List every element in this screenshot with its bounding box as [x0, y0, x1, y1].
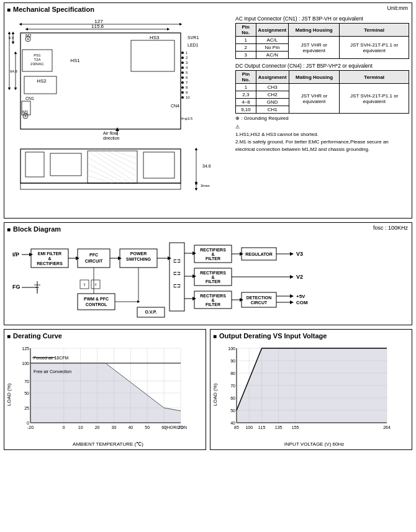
svg-rect-131 — [78, 294, 115, 310]
notes: ⚠ 1.HS1,HS2 & HS3 cannot be shorted. 2.M… — [235, 124, 409, 153]
svg-text:SVR1: SVR1 — [188, 35, 199, 40]
svg-text:6: 6 — [186, 76, 188, 79]
svg-line-62 — [94, 151, 137, 177]
svg-text:T: T — [83, 283, 86, 287]
svg-text:&: & — [211, 252, 214, 256]
output-derating-canvas — [219, 342, 393, 441]
derating-x-label: AMBIENT TEMPERATURE (℃) — [13, 441, 203, 447]
svg-text:PWM & PFC: PWM & PFC — [84, 297, 109, 301]
svg-rect-58 — [25, 152, 44, 177]
svg-text:RECTIFIERS: RECTIFIERS — [200, 294, 226, 298]
svg-line-65 — [112, 151, 137, 158]
svg-text:SWITCHING: SWITCHING — [126, 257, 151, 261]
svg-text:10: 10 — [186, 96, 190, 99]
svg-text:CN4: CN4 — [171, 104, 179, 108]
svg-text:HS2: HS2 — [37, 78, 47, 84]
cn4-col-assign: Assignment — [256, 71, 289, 84]
svg-text:3: 3 — [186, 61, 188, 65]
svg-rect-70 — [143, 152, 174, 178]
svg-text:⊏⊐: ⊏⊐ — [173, 259, 181, 263]
cn1-col-assign: Assignment — [256, 24, 289, 37]
unit-label: Unit:mm — [387, 5, 409, 11]
mechanical-section: Mechanical Specification Unit:mm — [4, 2, 412, 219]
block-diagram-container: I/P EMI FILTER & RECTIFIERS PFC CIRCUIT — [7, 235, 409, 322]
output-derating-section: Output Derating VS Input Voltage LOAD (%… — [210, 329, 412, 450]
svg-text:2: 2 — [186, 56, 188, 60]
svg-text:direction: direction — [103, 136, 120, 140]
svg-text:CONTROL: CONTROL — [86, 302, 107, 307]
svg-text:115.6: 115.6 — [91, 24, 104, 29]
svg-point-25 — [181, 86, 184, 89]
cn1-title: AC Input Connector (CN1) : JST B3P-VH or… — [235, 16, 409, 22]
svg-line-61 — [88, 151, 137, 183]
svg-point-26 — [181, 91, 184, 94]
svg-point-18 — [181, 52, 184, 54]
cn4-col-pin: Pin No. — [236, 71, 256, 84]
mechanical-title: Mechanical Specification — [7, 6, 409, 13]
svg-text:4×φ3.5: 4×φ3.5 — [181, 117, 193, 120]
svg-point-21 — [181, 66, 184, 69]
svg-text:FILTER: FILTER — [206, 256, 220, 261]
svg-rect-15 — [131, 40, 174, 71]
svg-text:1: 1 — [186, 51, 188, 55]
svg-text:COM: COM — [296, 300, 308, 305]
cn4-col-housing: Mating Housing — [289, 71, 340, 84]
svg-text:EMI FILTER: EMI FILTER — [38, 251, 61, 256]
svg-text:REGULATOR: REGULATOR — [245, 252, 273, 256]
svg-text:CIRCUIT: CIRCUIT — [85, 259, 103, 263]
svg-text:CIRCUT: CIRCUT — [251, 300, 268, 305]
svg-text:RECTIFIERS: RECTIFIERS — [37, 261, 63, 266]
svg-rect-83 — [78, 249, 110, 268]
svg-point-24 — [181, 81, 184, 84]
svg-point-20 — [181, 61, 184, 64]
svg-text:RECTIFIERS: RECTIFIERS — [200, 271, 226, 275]
bottom-row: Derating Curve LOAD (%) AMBIENT TEMPERAT… — [4, 329, 412, 450]
svg-rect-91 — [170, 243, 184, 311]
svg-text:FILTER: FILTER — [206, 302, 220, 307]
svg-text:9: 9 — [186, 91, 188, 94]
derating-y-label-text: LOAD (%) — [6, 383, 12, 405]
block-diagram-svg: I/P EMI FILTER & RECTIFIERS PFC CIRCUIT — [9, 238, 416, 320]
svg-text:PS1: PS1 — [34, 53, 41, 57]
svg-text:7: 7 — [186, 81, 188, 84]
svg-text:FILTER: FILTER — [206, 279, 220, 284]
svg-text:PFC: PFC — [89, 253, 98, 257]
cn1-table: Pin No. Assignment Mating Housing Termin… — [235, 23, 409, 59]
svg-text:DETECTION: DETECTION — [246, 295, 271, 300]
output-derating-y-label: LOAD (%) — [213, 351, 218, 438]
svg-text:RECTIFIERS: RECTIFIERS — [200, 248, 226, 252]
svg-text:HS3: HS3 — [150, 35, 160, 40]
svg-rect-75 — [20, 183, 181, 189]
derating-canvas — [13, 342, 187, 441]
cn1-col-pin: Pin No. — [236, 24, 256, 37]
svg-text:CN1: CN1 — [25, 96, 34, 101]
svg-text:&: & — [211, 275, 214, 279]
derating-title: Derating Curve — [7, 332, 203, 340]
derating-section: Derating Curve LOAD (%) AMBIENT TEMPERAT… — [4, 329, 206, 450]
svg-text:LED1: LED1 — [188, 43, 199, 47]
output-derating-title: Output Derating VS Input Voltage — [213, 332, 409, 340]
svg-text:4: 4 — [186, 66, 188, 70]
svg-text:75.2: 75.2 — [7, 60, 7, 68]
svg-point-23 — [181, 76, 184, 79]
svg-point-27 — [181, 96, 184, 99]
svg-text:⊏⊐: ⊏⊐ — [173, 271, 181, 276]
mech-drawing: 127 115.6 PS1 T2A 230VAC HS1 HS2 — [7, 16, 230, 215]
svg-rect-59 — [50, 153, 81, 176]
svg-text:5: 5 — [186, 71, 188, 74]
output-derating-chart-wrapper: LOAD (%) INPUT VOLTAGE (V) 60Hz — [213, 342, 409, 447]
svg-text:V2: V2 — [296, 274, 303, 280]
page: Mechanical Specification Unit:mm — [0, 0, 416, 453]
svg-text:T2A: T2A — [34, 58, 40, 61]
svg-point-19 — [181, 56, 184, 59]
svg-text:&: & — [211, 298, 214, 302]
svg-text:⊏⊐: ⊏⊐ — [173, 284, 181, 288]
svg-text:V3: V3 — [296, 251, 303, 257]
note-2: 2.M1 is safety ground. For better EMC pe… — [235, 138, 409, 153]
mech-content: 127 115.6 PS1 T2A 230VAC HS1 HS2 — [7, 16, 409, 215]
svg-text:HS1: HS1 — [70, 58, 80, 63]
svg-text:FG: FG — [12, 284, 20, 290]
derating-chart-wrapper: LOAD (%) AMBIENT TEMPERATURE (℃) — [7, 342, 203, 447]
svg-text:3max: 3max — [201, 184, 210, 187]
output-derating-x-label: INPUT VOLTAGE (V) 60Hz — [219, 441, 409, 447]
